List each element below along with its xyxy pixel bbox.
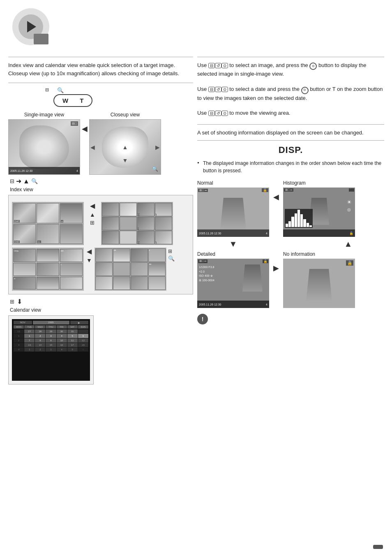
disp-intro-text: A set of shooting information displayed … [197,129,384,137]
cal-cell-3-2: 14 [35,343,45,347]
left-column: Index view and calendar view enable quic… [8,53,193,384]
cal-cell-4-5: 5 [67,347,78,352]
ctrl-icon-1: ⊟ [208,63,215,68]
ctrl-icon-4: ⊟ [208,87,215,92]
index-large-grid: Oma AA ▸ ⊟ [12,248,84,291]
index-6-panel: OmD ⊟ OmD ⊟□ [12,202,84,245]
index-arrows-row: ⊟ ➜ ▲ 🔍 [10,177,193,185]
ag-thumb-8: AA [148,262,166,276]
index-alt-grid: AA ▸ AA [95,248,166,291]
tele-icon: 🔍 [57,87,64,93]
ladder-img-normal [217,198,249,230]
detail-line3: ISO 400 ※ [199,274,214,278]
cal-cell-r0-1: 27 [24,329,35,333]
lg-thumb-6: ▸ [60,263,83,276]
hist-bottom-bar: 🔒 [283,229,355,237]
ag-thumb-4: ▸ [148,248,166,262]
cal-week-1: 1 [14,334,24,338]
index-down-arrow: ➜ [16,177,21,185]
left-arrow-disp: ◀ [273,192,279,201]
detail-icons: ⊞□ ═ [198,259,208,263]
cal-cell-r0-5: 31 [67,329,78,333]
ctrl-icon-6: ⊙ [221,87,228,92]
down-arrow-normal: ▼ [197,239,269,249]
sun-icon: ☀ [347,199,352,205]
thumb-5: ⊟□ [37,224,59,244]
detail-top-bar: ⊞□ ═ 🔒 [198,259,268,263]
s-thumb-10 [120,231,137,244]
top-playback-icon [12,8,49,45]
cal-week-3: 3 [14,343,24,347]
down-arrow-symbol: ▼ [229,239,238,248]
normal-icons: ⊞□═ [198,189,208,192]
right-text-2: Use ⊟↺⊙ to select a date and press the ⊙… [197,85,384,102]
ctrl-icon-5: ↺ [215,87,221,92]
ctrl-icon-3: ⊙ [221,63,228,68]
normal-col: Normal ⊞□═ 🔒 2005.11.26 12:30 4 [197,180,269,237]
cal-cell-1-6: 6 [78,334,88,338]
view-row: Single-image view ⊟□ 2005.11.26 12:30 4 … [8,112,193,175]
single-image-panel: ⊟□ 2005.11.26 12:30 4 [8,119,80,175]
closeup-label: Closeup view [111,112,140,118]
index-search-icon: 🔍 [31,178,38,184]
cal-cell-r0-2: 28 [35,329,45,333]
cal-cell-2-5: 11 [67,338,78,343]
s-thumb-5 [102,217,119,230]
ctrl-icon-9: ⊙ [221,111,228,116]
histogram-chart [285,209,313,228]
lg-thumb-1: Oma [13,249,36,262]
ladder-img-detailed [240,264,265,292]
ag-thumb-11 [131,276,148,290]
ctrl-icon-8: ↺ [215,111,221,116]
grid-icon-3: ⊞ [168,248,172,254]
cal-row-0: 11 27 28 29 30 31 [14,329,88,333]
noinfo-label: No information [283,251,315,257]
index-label: Index view [10,187,193,192]
calendar-label: Calendar view [10,307,193,313]
index-9-panel: AA ▶ ⊟ AA ▶ [101,202,173,245]
calendar-container: NOV 2005 ▶ MON TUE WED THU FRI SAT SUN 1… [8,315,94,384]
noinfo-col: No information 🔒 [283,251,355,308]
h-bar-3 [291,217,294,227]
detail-line2: +2.0 [199,270,214,274]
histogram-screen: ⊞□ ═ ⬛ ☀ [283,188,355,237]
index-expand-icon: ⊟ [10,178,14,184]
disp-divider [197,140,384,141]
closeup-panel: ◀ ▶ ▲ ▼ 🔍 [89,119,161,175]
wt-button[interactable]: W T [53,94,92,107]
cal-cell-1-1: 1 [24,334,35,338]
right-text-1: Use ⊟↺⊙ to select an image, and press th… [197,61,384,79]
ok-btn-2: ⊙ [301,87,309,94]
cal-cell-1-2: 2 [35,334,45,338]
cal-week-2: 2 [14,338,24,343]
cal-tue: TUE [24,325,35,329]
thumb-1: OmD [13,203,36,223]
cal-cell-2-3: 9 [46,338,56,343]
count-1: 4 [266,232,267,235]
warning-row: ! [197,314,384,324]
page-badge [373,545,383,549]
lg-thumb-3: AA [60,249,83,262]
detail-line4: ⊞ 100-0004 [199,278,214,283]
thumb-4: OmD [13,224,36,244]
index-big-panel: OmD ⊟ OmD ⊟□ ◀ ▲ ⊞ AA ▶ [8,195,193,294]
right-column: Use ⊟↺⊙ to select an image, and press th… [197,53,384,324]
h-bar-4 [295,213,297,227]
s-thumb-4: ▶ [155,203,172,216]
s-thumb-7: ⊟ [137,217,154,230]
h-bar-1 [286,224,288,227]
lg-thumb-5 [37,263,59,276]
disp-bullet: ● The displayed image information change… [197,160,384,174]
hist-icons: ⊞□ ═ [284,188,293,192]
s-thumb-11: AA [137,231,154,244]
left-arrow-3: ◀ [87,248,92,255]
cal-header-nav: ▶ [70,321,89,324]
cal-cell-3-5: 17 [67,343,78,347]
ag-thumb-9 [95,276,113,290]
ag-thumb-1 [95,248,113,262]
wide-icon: ⊟ [45,87,49,93]
hist-lock: ⬛ [349,188,354,192]
lg-thumb-4 [13,263,36,276]
panel-mid-arrows: ◀ ▲ ⊞ [87,202,98,226]
cal-cell-3-4: 16 [57,343,67,347]
